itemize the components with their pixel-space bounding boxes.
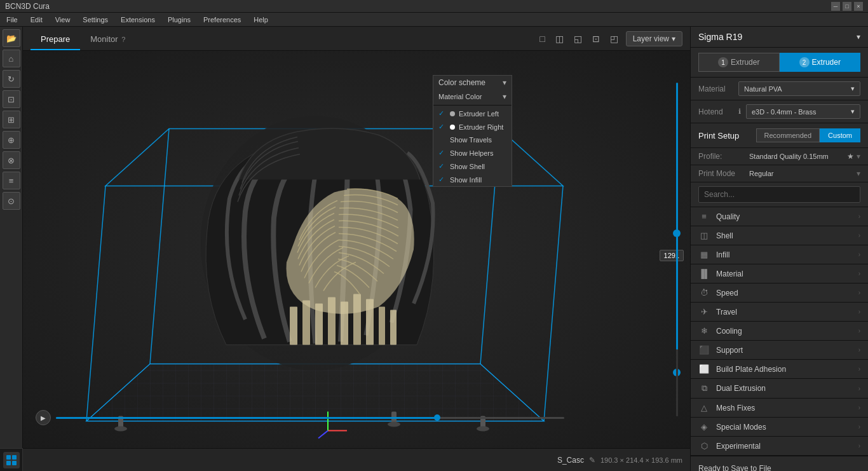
color-option-material[interactable]: Material Color ▾	[433, 90, 512, 104]
support-icon: ⬛	[698, 345, 710, 355]
settings-material[interactable]: ▐▌ Material ›	[691, 264, 868, 283]
settings-quality[interactable]: ≡ Quality ›	[691, 207, 868, 226]
menu-file[interactable]: File	[4, 15, 20, 25]
print-mode-chevron-icon[interactable]: ▾	[857, 169, 860, 178]
tool-home[interactable]: ⌂	[3, 50, 20, 67]
settings-cooling[interactable]: ❄ Cooling ›	[691, 322, 868, 341]
special-modes-icon: ◈	[698, 422, 710, 432]
tool-per-model[interactable]: ⊗	[3, 151, 20, 169]
print-mode-row: Print Mode Regular ▾	[691, 165, 868, 182]
printer-header: Sigma R19 ▾	[691, 27, 868, 48]
color-option-show-helpers[interactable]: ✓ Show Helpers	[433, 146, 512, 160]
svg-line-6	[86, 186, 105, 421]
search-input[interactable]	[698, 186, 860, 203]
menu-view[interactable]: View	[53, 15, 73, 25]
progress-line[interactable]	[56, 417, 564, 419]
tool-mirror[interactable]: ⊞	[3, 111, 20, 128]
settings-travel[interactable]: ✈ Travel ›	[691, 303, 868, 322]
search-container	[691, 182, 868, 207]
svg-rect-15	[379, 307, 385, 345]
view-icon-5[interactable]: ◰	[607, 32, 621, 45]
color-scheme-header[interactable]: Color scheme ▾	[433, 76, 512, 90]
play-button[interactable]: ▶	[36, 410, 51, 425]
extruder-1-number: 1	[718, 57, 728, 67]
logo-svg	[5, 454, 18, 467]
profile-chevron-icon[interactable]: ▾	[857, 152, 860, 161]
object-dimensions: 190.3 × 214.4 × 193.6 mm	[600, 456, 682, 464]
settings-support[interactable]: ⬛ Support ›	[691, 341, 868, 360]
color-option-show-infill[interactable]: ✓ Show Infill	[433, 173, 512, 186]
color-option-extruder-right[interactable]: ✓ Extruder Right	[433, 120, 512, 133]
tool-extra[interactable]: ⊙	[3, 192, 20, 210]
top-bar: Prepare Monitor ? □ ◫ ◱ ⊡ ◰ Layer view ▾	[23, 27, 690, 51]
settings-mesh-fixes[interactable]: △ Mesh Fixes ›	[691, 399, 868, 418]
menu-settings[interactable]: Settings	[80, 15, 111, 25]
viewport[interactable]: Color scheme ▾ Material Color ▾ ✓ Extrud…	[23, 51, 690, 448]
custom-button[interactable]: Custom	[820, 128, 860, 142]
print-setup-header: Print Setup Recommended Custom	[691, 123, 868, 148]
extruder-2-label: Extruder	[812, 58, 841, 67]
svg-point-23	[477, 427, 489, 432]
settings-dual-extrusion[interactable]: ⧉ Dual Extrusion ›	[691, 379, 868, 399]
quality-chevron-icon: ›	[858, 213, 860, 220]
save-area: Ready to Save to File 06d 18h 41min 49.8…	[691, 456, 868, 471]
tool-support[interactable]: ⊕	[3, 131, 20, 149]
edit-icon[interactable]: ✎	[589, 456, 595, 465]
tab-monitor[interactable]: Monitor ?	[80, 29, 135, 50]
settings-experimental[interactable]: ⬡ Experimental ›	[691, 437, 868, 456]
menu-extensions[interactable]: Extensions	[118, 15, 158, 25]
ready-to-save-text: Ready to Save to File	[698, 464, 860, 471]
svg-rect-27	[12, 455, 17, 460]
svg-rect-11	[328, 297, 336, 345]
quality-icon: ≡	[698, 212, 710, 221]
viewport-area: Prepare Monitor ? □ ◫ ◱ ⊡ ◰ Layer view ▾	[23, 27, 690, 471]
profile-row: Profile: Standard Quality 0.15mm ★ ▾	[691, 148, 868, 165]
menu-edit[interactable]: Edit	[28, 15, 45, 25]
layer-slider: 1291	[665, 51, 690, 448]
tool-open[interactable]: 📂	[3, 29, 20, 47]
tool-rotate[interactable]: ↻	[3, 70, 20, 88]
maximize-button[interactable]: □	[843, 2, 851, 11]
profile-star-icon[interactable]: ★	[847, 152, 854, 161]
menu-preferences[interactable]: Preferences	[201, 15, 243, 25]
layer-view-button[interactable]: Layer view ▾	[626, 31, 682, 46]
hotend-select[interactable]: e3D - 0.4mm - Brass ▾	[746, 104, 860, 119]
tab-prepare[interactable]: Prepare	[31, 29, 80, 50]
svg-point-7	[201, 116, 430, 371]
monitor-info-icon[interactable]: ?	[121, 36, 125, 43]
svg-rect-16	[390, 310, 397, 345]
progress-handle[interactable]	[434, 414, 440, 421]
svg-rect-29	[12, 461, 17, 465]
tool-scale[interactable]: ⊡	[3, 90, 20, 108]
menu-help[interactable]: Help	[251, 15, 271, 25]
shell-chevron-icon: ›	[858, 232, 860, 239]
view-icon-3[interactable]: ◱	[571, 32, 585, 45]
special-modes-chevron-icon: ›	[858, 423, 860, 430]
svg-rect-28	[6, 461, 11, 465]
settings-build-plate[interactable]: ⬜ Build Plate Adhesion ›	[691, 360, 868, 379]
view-icon-1[interactable]: □	[537, 32, 547, 45]
color-scheme-dropdown: Color scheme ▾ Material Color ▾ ✓ Extrud…	[433, 75, 512, 187]
material-select[interactable]: Natural PVA ▾	[738, 81, 860, 96]
menu-plugins[interactable]: Plugins	[165, 15, 193, 25]
extruder-1-button[interactable]: 1 Extruder	[698, 53, 780, 72]
color-option-show-shell[interactable]: ✓ Show Shell	[433, 160, 512, 173]
travel-icon: ✈	[698, 307, 710, 317]
color-option-extruder-left[interactable]: ✓ Extruder Left	[433, 107, 512, 120]
color-option-show-travels[interactable]: Show Travels	[433, 133, 512, 146]
play-controls: ▶	[36, 410, 564, 425]
settings-special-modes[interactable]: ◈ Special Modes ›	[691, 418, 868, 437]
printer-dropdown-icon[interactable]: ▾	[857, 32, 860, 41]
tool-layer[interactable]: ≡	[3, 172, 20, 189]
close-button[interactable]: ×	[854, 2, 863, 11]
material-value: Natural PVA	[744, 85, 782, 93]
view-icon-2[interactable]: ◫	[553, 32, 566, 45]
view-icon-4[interactable]: ⊡	[590, 32, 602, 45]
recommended-button[interactable]: Recommended	[756, 128, 820, 142]
minimize-button[interactable]: ─	[831, 2, 840, 11]
settings-shell[interactable]: ◫ Shell ›	[691, 226, 868, 245]
hotend-info-icon[interactable]: ℹ	[738, 107, 741, 116]
settings-infill[interactable]: ▦ Infill ›	[691, 245, 868, 264]
extruder-2-button[interactable]: 2 Extruder	[780, 53, 861, 72]
settings-speed[interactable]: ⏱ Speed ›	[691, 283, 868, 303]
